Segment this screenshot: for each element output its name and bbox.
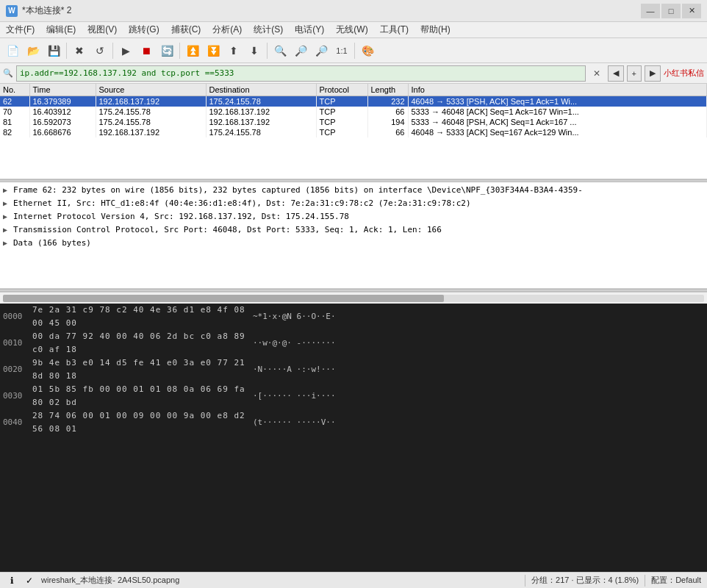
hex-row: 0020 9b 4e b3 e0 14 d5 fe 41 e0 3a e0 77… [0, 356, 707, 383]
status-icon-check: ✓ [24, 575, 35, 587]
h-scrollbar-track [3, 295, 704, 302]
hex-horizontal-scrollbar[interactable] [0, 292, 707, 304]
separator-3 [179, 43, 180, 59]
hex-bytes: 7e 2a 31 c9 78 c2 40 4e 36 d1 e8 4f 08 0… [32, 304, 253, 330]
menu-tools[interactable]: 工具(T) [374, 22, 414, 37]
col-header-time[interactable]: Time [29, 84, 96, 96]
toolbar-zoom-out[interactable]: 🔎 [312, 41, 331, 60]
menu-capture[interactable]: 捕获(C) [165, 22, 207, 37]
toolbar-scroll-bottom[interactable]: ⏬ [204, 41, 223, 60]
cell-destination: 175.24.155.78 [206, 127, 316, 137]
hex-bytes: 28 74 06 00 01 00 09 00 00 9a 00 e8 d2 5… [32, 409, 253, 436]
status-bar: ℹ ✓ wireshark_本地连接- 2A4SL50.pcapng 分组：21… [0, 572, 707, 588]
menu-edit[interactable]: 编辑(E) [40, 22, 82, 37]
toolbar-open[interactable]: 📂 [24, 41, 43, 60]
menu-stats[interactable]: 统计(S) [248, 22, 289, 37]
col-header-info[interactable]: Info [408, 84, 707, 96]
hex-row: 0040 28 74 06 00 01 00 09 00 00 9a 00 e8… [0, 409, 707, 436]
toolbar-color[interactable]: 🎨 [358, 41, 377, 60]
cell-source: 175.24.155.78 [96, 107, 206, 117]
filter-input[interactable] [16, 65, 586, 82]
hex-ascii: ~*1·x·@N 6··O··E· [253, 310, 704, 323]
toolbar-new[interactable]: 📄 [3, 41, 22, 60]
detail-expand-icon[interactable]: ▶ [3, 184, 13, 196]
cell-no: 62 [0, 96, 29, 107]
cell-info: 5333 → 46048 [ACK] Seq=1 Ack=167 Win=1..… [408, 107, 707, 117]
packet-list[interactable]: No. Time Source Destination Protocol Len… [0, 84, 707, 179]
hex-offset: 0020 [3, 363, 32, 376]
filter-apply[interactable]: ▶ [645, 65, 661, 82]
toolbar-search[interactable]: 🔍 [270, 41, 290, 60]
packet-table: No. Time Source Destination Protocol Len… [0, 84, 707, 137]
menu-wireless[interactable]: 无线(W) [330, 22, 373, 37]
separator-1 [66, 43, 67, 59]
h-scrollbar-thumb[interactable] [3, 295, 444, 302]
toolbar-scroll-top[interactable]: ⏫ [183, 41, 202, 60]
toolbar-reload[interactable]: ↺ [90, 41, 110, 60]
col-header-protocol[interactable]: Protocol [316, 84, 367, 96]
toolbar-scroll-prev[interactable]: ⬆ [224, 41, 243, 60]
cell-info: 46048 → 5333 [ACK] Seq=167 Ack=129 Win..… [408, 127, 707, 137]
detail-item[interactable]: ▶ Transmission Control Protocol, Src Por… [0, 223, 707, 237]
maximize-button[interactable]: □ [661, 4, 681, 18]
cell-time: 16.379389 [29, 96, 96, 107]
filter-bar: 🔍 ✕ ◀ + ▶ 小红书私信 [0, 63, 707, 84]
cell-time: 16.668676 [29, 127, 96, 137]
cell-source: 192.168.137.192 [96, 127, 206, 137]
col-header-destination[interactable]: Destination [206, 84, 316, 96]
menu-analyze[interactable]: 分析(A) [207, 22, 248, 37]
toolbar-stop-capture[interactable]: ⏹ [137, 41, 156, 60]
cell-no: 81 [0, 117, 29, 127]
separator-4 [267, 43, 268, 59]
close-button[interactable]: ✕ [682, 4, 701, 18]
detail-item[interactable]: ▶ Ethernet II, Src: HTC_d1:e8:4f (40:4e:… [0, 197, 707, 210]
hex-ascii: (t······ ·····V·· [253, 416, 704, 429]
toolbar-save[interactable]: 💾 [44, 41, 63, 60]
detail-expand-icon[interactable]: ▶ [3, 198, 13, 209]
menu-phone[interactable]: 电话(Y) [289, 22, 330, 37]
status-icon-info: ℹ [6, 575, 18, 587]
hex-scrollbar-area[interactable]: 0000 7e 2a 31 c9 78 c2 40 4e 36 d1 e8 4f… [0, 304, 707, 572]
table-row[interactable]: 62 16.379389 192.168.137.192 175.24.155.… [0, 96, 707, 107]
detail-expand-icon[interactable]: ▶ [3, 224, 13, 236]
menu-file[interactable]: 文件(F) [0, 22, 40, 37]
filter-arrow-left[interactable]: ◀ [608, 65, 624, 82]
app-icon: W [6, 5, 18, 17]
filter-clear-button[interactable]: ✕ [589, 65, 605, 82]
table-row[interactable]: 70 16.403912 175.24.155.78 192.168.137.1… [0, 107, 707, 117]
hex-bytes: 00 da 77 92 40 00 40 06 2d bc c0 a8 89 c… [32, 330, 253, 356]
detail-expand-icon[interactable]: ▶ [3, 237, 13, 249]
window-controls: — □ ✕ [641, 4, 701, 18]
toolbar-restart-capture[interactable]: 🔄 [157, 41, 176, 60]
detail-item[interactable]: ▶ Internet Protocol Version 4, Src: 192.… [0, 210, 707, 223]
toolbar-scroll-next[interactable]: ⬇ [245, 41, 264, 60]
detail-item[interactable]: ▶ Frame 62: 232 bytes on wire (1856 bits… [0, 184, 707, 197]
window-title: *本地连接* 2 [22, 4, 71, 17]
toolbar-start-capture[interactable]: ▶ [116, 41, 135, 60]
detail-item-text: Transmission Control Protocol, Src Port:… [13, 224, 704, 236]
cell-protocol: TCP [316, 107, 367, 117]
menu-help[interactable]: 帮助(H) [414, 22, 456, 37]
detail-expand-icon[interactable]: ▶ [3, 211, 13, 223]
table-row[interactable]: 81 16.592073 175.24.155.78 192.168.137.1… [0, 117, 707, 127]
status-stats: 分组：217 · 已显示：4 (1.8%) [531, 575, 639, 586]
col-header-no[interactable]: No. [0, 84, 29, 96]
detail-item-text: Data (166 bytes) [13, 237, 704, 249]
detail-pane: ▶ Frame 62: 232 bytes on wire (1856 bits… [0, 182, 707, 289]
hex-row: 0010 00 da 77 92 40 00 40 06 2d bc c0 a8… [0, 330, 707, 356]
detail-item[interactable]: ▶ Data (166 bytes) [0, 237, 707, 250]
separator-2 [112, 43, 113, 59]
toolbar-zoom-normal[interactable]: 1:1 [332, 41, 351, 60]
filter-save[interactable]: + [627, 65, 642, 82]
menu-jump[interactable]: 跳转(G) [123, 22, 165, 37]
col-header-length[interactable]: Length [367, 84, 408, 96]
col-header-source[interactable]: Source [96, 84, 206, 96]
toolbar-zoom-in[interactable]: 🔎 [291, 41, 310, 60]
menu-bar: 文件(F) 编辑(E) 视图(V) 跳转(G) 捕获(C) 分析(A) 统计(S… [0, 22, 707, 38]
table-row[interactable]: 82 16.668676 192.168.137.192 175.24.155.… [0, 127, 707, 137]
detail-item-text: Ethernet II, Src: HTC_d1:e8:4f (40:4e:36… [13, 198, 704, 209]
cell-length: 66 [367, 127, 408, 137]
minimize-button[interactable]: — [641, 4, 660, 18]
menu-view[interactable]: 视图(V) [82, 22, 123, 37]
toolbar-close[interactable]: ✖ [70, 41, 89, 60]
